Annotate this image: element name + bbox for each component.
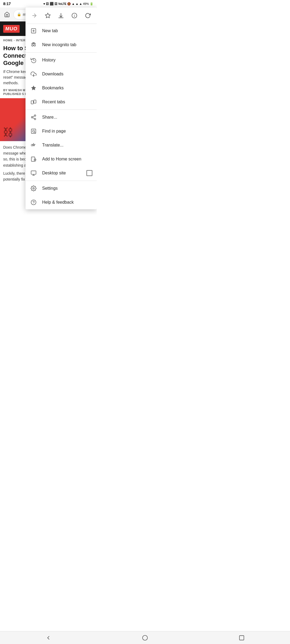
status-bar: 8:17 ♥ 🖼 ⬛ 🖼 VoLTE 🔕 ▲ ▲ ▲ 49% 🔋	[0, 0, 97, 8]
svg-rect-18	[31, 101, 33, 104]
desktop-site-checkbox[interactable]	[86, 170, 92, 176]
image-icon: 🖼	[55, 2, 57, 5]
bookmark-button[interactable]	[42, 10, 53, 21]
menu-item-new-tab[interactable]: New tab	[26, 24, 97, 38]
settings-icon	[30, 185, 37, 192]
menu-item-recent-tabs[interactable]: Recent tabs	[26, 95, 97, 109]
svg-marker-4	[45, 13, 50, 18]
download-button[interactable]	[56, 10, 66, 21]
share-icon	[30, 114, 37, 121]
signal-icon: ▲	[75, 2, 78, 5]
svg-point-13	[34, 45, 35, 46]
menu-item-share[interactable]: Share...	[26, 110, 97, 124]
downloads-label: Downloads	[42, 72, 92, 76]
menu-item-new-incognito-tab[interactable]: New incognito tab	[26, 38, 97, 52]
incognito-label: New incognito tab	[42, 42, 92, 47]
menu-item-history[interactable]: History	[26, 53, 97, 67]
bookmarks-label: Bookmarks	[42, 86, 92, 90]
translate-icon: G T	[30, 141, 37, 149]
downloads-icon	[30, 70, 37, 78]
svg-rect-15	[33, 42, 34, 44]
page-wrapper: 8:17 ♥ 🖼 ⬛ 🖼 VoLTE 🔕 ▲ ▲ ▲ 49% 🔋 🔒 makeu…	[0, 0, 97, 215]
svg-rect-35	[31, 171, 36, 174]
refresh-button[interactable]	[82, 10, 93, 21]
mute-icon: 🔕	[67, 2, 71, 6]
svg-rect-19	[34, 100, 36, 103]
history-label: History	[42, 58, 92, 63]
add-to-home-label: Add to Home screen	[42, 157, 92, 162]
share-label: Share...	[42, 115, 92, 120]
divider-3	[26, 181, 97, 181]
lock-icon: 🔒	[17, 12, 21, 16]
incognito-icon	[30, 41, 37, 49]
find-icon	[30, 127, 37, 135]
menu-item-bookmarks[interactable]: Bookmarks	[26, 81, 97, 95]
menu-item-add-to-home[interactable]: Add to Home screen	[26, 152, 97, 166]
status-icons: ♥ 🖼 ⬛ 🖼 VoLTE 🔕 ▲ ▲ ▲ 49% 🔋	[44, 2, 93, 6]
recent-tabs-icon	[30, 98, 37, 106]
desktop-icon	[30, 169, 37, 177]
home-button[interactable]	[2, 10, 12, 19]
svg-line-24	[33, 116, 34, 117]
svg-marker-17	[31, 86, 36, 90]
volte-icon: VoLTE	[58, 2, 66, 5]
menu-item-downloads[interactable]: Downloads	[26, 67, 97, 81]
translate-label: Translate...	[42, 143, 92, 148]
cast-icon: ⬛	[50, 2, 54, 6]
help-icon	[30, 199, 37, 206]
battery-icon: 49%	[83, 2, 89, 5]
svg-line-23	[33, 118, 34, 119]
wifi-icon: ▲	[72, 2, 75, 5]
status-time: 8:17	[3, 2, 11, 6]
svg-rect-32	[31, 157, 35, 162]
add-home-icon	[30, 155, 37, 163]
info-button[interactable]	[69, 10, 80, 21]
menu-item-help-feedback[interactable]: Help & feedback	[26, 195, 97, 209]
menu-item-translate[interactable]: G T Translate...	[26, 138, 97, 152]
breadcrumb-home: HOME	[3, 39, 13, 42]
new-tab-icon	[30, 27, 37, 35]
help-feedback-label: Help & feedback	[42, 200, 92, 205]
photo-icon: 🖼	[46, 2, 49, 5]
breadcrumb-sep: ›	[14, 39, 15, 42]
chrome-menu: New tab New incognito tab	[26, 8, 97, 209]
menu-toolbar	[26, 8, 97, 24]
forward-button[interactable]	[29, 10, 40, 21]
desktop-site-label: Desktop site	[42, 171, 82, 175]
svg-point-12	[32, 45, 33, 46]
recent-tabs-label: Recent tabs	[42, 100, 92, 104]
signal2-icon: ▲	[79, 2, 82, 5]
heart-icon: ♥	[44, 2, 45, 5]
menu-item-desktop-site[interactable]: Desktop site	[26, 166, 97, 180]
new-tab-label: New tab	[42, 28, 92, 33]
muo-logo: MUO	[3, 25, 20, 33]
divider-1	[26, 52, 97, 53]
menu-item-settings[interactable]: Settings	[26, 181, 97, 195]
svg-line-27	[34, 132, 35, 133]
settings-label: Settings	[42, 186, 92, 191]
menu-item-find-in-page[interactable]: Find in page	[26, 124, 97, 138]
history-icon	[30, 56, 37, 64]
svg-point-38	[33, 188, 34, 189]
bookmarks-icon	[30, 84, 37, 92]
find-in-page-label: Find in page	[42, 129, 92, 134]
divider-2	[26, 109, 97, 110]
battery-shape-icon: 🔋	[90, 2, 93, 6]
chain-overlay: ⛓	[3, 126, 13, 138]
